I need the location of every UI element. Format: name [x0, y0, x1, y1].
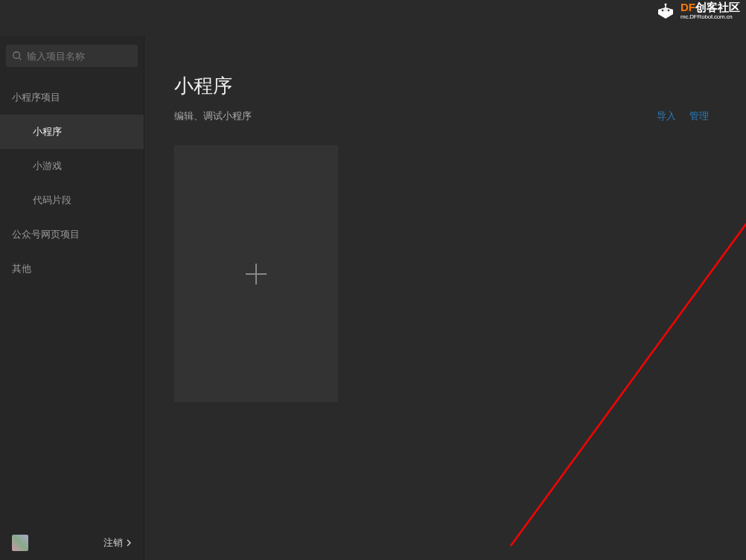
top-actions: 导入 管理 — [657, 109, 716, 123]
annotation-arrow — [496, 133, 746, 557]
nav-category-official[interactable]: 公众号网页项目 — [0, 217, 144, 252]
logout-button[interactable]: 注销 — [103, 536, 132, 550]
brand-watermark: DF创客社区 mc.DFRobot.com.cn — [655, 1, 740, 20]
logout-label: 注销 — [103, 536, 123, 550]
manage-link[interactable]: 管理 — [689, 109, 709, 123]
avatar[interactable] — [12, 535, 28, 551]
search-box[interactable] — [6, 45, 138, 67]
svg-point-2 — [662, 9, 664, 11]
svg-point-4 — [13, 52, 20, 59]
nav-category-other[interactable]: 其他 — [0, 252, 144, 286]
svg-line-8 — [511, 166, 746, 546]
search-input[interactable] — [27, 51, 132, 62]
svg-line-5 — [19, 58, 22, 60]
svg-point-3 — [668, 9, 670, 11]
new-project-card[interactable] — [174, 145, 338, 402]
page-subtitle: 编辑、调试小程序 — [174, 109, 252, 123]
titlebar: DF创客社区 mc.DFRobot.com.cn — [0, 0, 746, 36]
nav-category-miniprogram[interactable]: 小程序项目 — [0, 80, 144, 115]
nav-item-miniprogram[interactable]: 小程序 — [0, 115, 144, 149]
chevron-right-icon — [126, 539, 132, 547]
plus-icon — [243, 261, 270, 287]
nav-item-minigame[interactable]: 小游戏 — [0, 149, 144, 183]
main-content: 小程序 编辑、调试小程序 导入 管理 — [144, 36, 746, 560]
import-link[interactable]: 导入 — [657, 109, 676, 123]
search-icon — [12, 51, 22, 61]
brand-domain: mc.DFRobot.com.cn — [680, 14, 740, 21]
brand-robot-icon — [655, 2, 676, 20]
sidebar: 小程序项目 小程序 小游戏 代码片段 公众号网页项目 其他 注销 — [0, 36, 144, 560]
nav-item-snippet[interactable]: 代码片段 — [0, 183, 144, 217]
page-title: 小程序 — [174, 73, 716, 99]
brand-name: DF创客社区 — [680, 1, 740, 14]
nav-section: 小程序项目 小程序 小游戏 代码片段 公众号网页项目 其他 — [0, 73, 144, 286]
